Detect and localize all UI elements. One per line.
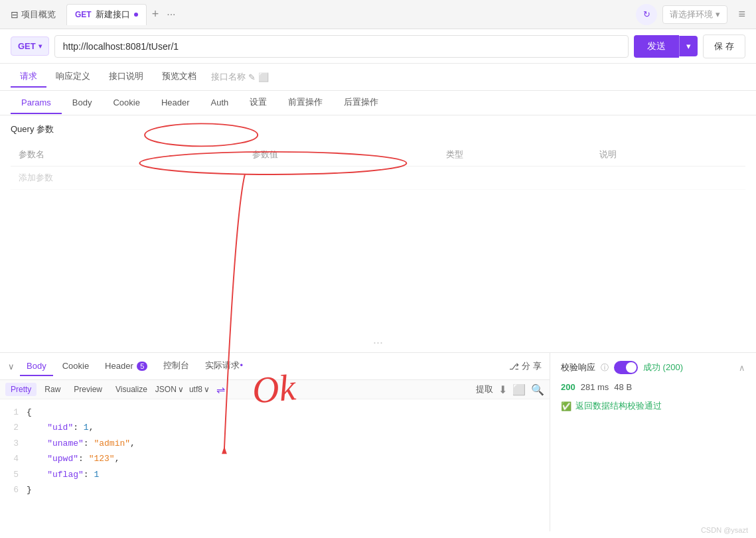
response-tab-header[interactable]: Header 5	[98, 357, 154, 376]
share-icon: ⎇	[509, 362, 519, 371]
send-dropdown-button[interactable]: ▾	[679, 36, 698, 56]
url-bar: GET ▾ 发送 ▾ 保 存	[0, 29, 756, 64]
code-line: 2 "uid": 1,	[8, 420, 542, 435]
tab-add-button[interactable]: +	[149, 7, 162, 21]
send-button[interactable]: 发送	[634, 35, 679, 58]
tab-name: 新建接口	[96, 9, 130, 21]
tab-more-button[interactable]: ···	[164, 9, 178, 21]
json-format-select[interactable]: JSON ∨	[155, 385, 184, 394]
utf-label: utf8	[189, 385, 202, 394]
main-content: Query 参数 参数名 参数值 类型 说明 添加参数 Ok	[0, 115, 756, 531]
json-arrow-icon: ∨	[178, 385, 184, 394]
response-tab-cookie[interactable]: Cookie	[56, 357, 96, 376]
add-param-cell[interactable]: 添加参数	[11, 167, 244, 190]
query-label: Query 参数	[11, 123, 745, 135]
url-input[interactable]	[54, 35, 629, 58]
interface-name-label: 接口名称	[211, 71, 246, 83]
share-button[interactable]: ⎇ 分 享	[509, 360, 542, 372]
validate-result: ✅ 返回数据结构校验通过	[561, 400, 745, 412]
params-tab-body[interactable]: Body	[62, 92, 103, 114]
interface-name-icon: ✎	[248, 72, 256, 82]
extract-label[interactable]: 提取	[476, 383, 493, 395]
validate-toggle[interactable]	[614, 361, 638, 374]
format-preview-button[interactable]: Preview	[68, 383, 108, 396]
method-arrow-icon: ▾	[38, 42, 42, 50]
save-button[interactable]: 保 存	[703, 34, 745, 58]
project-icon: ⊟	[11, 9, 19, 20]
response-right: 校验响应 ⓘ 成功 (200) ∧ 200 281 ms 48 B ✅ 返回数据…	[550, 353, 756, 531]
code-line: 1 {	[8, 405, 542, 420]
sub-tab-request[interactable]: 请求	[11, 66, 46, 88]
env-select[interactable]: 请选择环境 ▾	[662, 5, 727, 24]
code-line: 3 "uname": "admin",	[8, 436, 542, 451]
status-time: 281 ms	[581, 382, 609, 392]
status-size: 48 B	[614, 382, 632, 392]
validate-result-text: 返回数据结构校验通过	[575, 400, 662, 412]
code-line: 4 "upwd": "123",	[8, 451, 542, 466]
interface-name-area[interactable]: 接口名称 ✎ ⬜	[211, 71, 269, 83]
download-icon[interactable]: ⬇	[498, 383, 507, 396]
share-label: 分 享	[522, 360, 542, 372]
format-align-icon[interactable]: ⇌	[216, 383, 225, 396]
response-tab-body[interactable]: Body	[20, 357, 53, 376]
sub-tab-preview[interactable]: 预览文档	[153, 66, 206, 88]
top-bar: ⊟ 项目概览 GET 新建接口 + ··· ↻ 请选择环境 ▾ ≡	[0, 0, 756, 29]
col-param-name: 参数名	[11, 143, 244, 167]
query-section: Query 参数 参数名 参数值 类型 说明 添加参数	[0, 115, 756, 198]
utf-arrow-icon: ∨	[204, 385, 210, 394]
params-tab-cookie[interactable]: Cookie	[102, 92, 150, 114]
params-tab-post-ops[interactable]: 后置操作	[333, 91, 389, 115]
param-table: 参数名 参数值 类型 说明 添加参数	[11, 143, 745, 190]
format-pretty-button[interactable]: Pretty	[5, 383, 37, 396]
search-icon[interactable]: 🔍	[531, 383, 544, 396]
sub-tab-response-def[interactable]: 响应定义	[46, 66, 100, 88]
col-param-desc: 说明	[591, 143, 745, 167]
col-param-type: 类型	[438, 143, 592, 167]
method-label: GET	[18, 41, 36, 51]
env-placeholder: 请选择环境	[670, 9, 713, 21]
response-panel: ∨ Body Cookie Header 5 控制台 实际请求• ⎇ 分 享 P…	[0, 352, 756, 531]
watermark: CSDN @ysazt	[701, 526, 748, 534]
env-refresh-button[interactable]: ↻	[636, 4, 657, 25]
tab-item-new[interactable]: GET 新建接口	[66, 4, 147, 25]
params-tab-auth[interactable]: Auth	[200, 92, 240, 114]
response-left: ∨ Body Cookie Header 5 控制台 实际请求• ⎇ 分 享 P…	[0, 353, 550, 531]
copy-icon[interactable]: ⬜	[512, 383, 526, 396]
table-row: 添加参数	[11, 167, 745, 190]
status-code: 200	[561, 382, 575, 392]
code-area: 1 { 2 "uid": 1, 3 "uname": "admin", 4 "u…	[0, 399, 550, 531]
dots-divider[interactable]: ···	[370, 333, 386, 352]
response-tab-console[interactable]: 控制台	[157, 356, 196, 377]
sub-tab-interface-desc[interactable]: 接口说明	[100, 66, 153, 88]
format-visualize-button[interactable]: Visualize	[110, 383, 153, 396]
params-tab-params[interactable]: Params	[11, 92, 62, 114]
params-tab-header[interactable]: Header	[151, 92, 200, 114]
response-expand-icon[interactable]: ∨	[8, 362, 15, 371]
status-row: 200 281 ms 48 B	[561, 382, 745, 392]
response-tabs-row: ∨ Body Cookie Header 5 控制台 实际请求• ⎇ 分 享	[0, 353, 550, 380]
actual-dot: •	[240, 360, 243, 370]
top-right: ↻ 请选择环境 ▾ ≡	[636, 4, 751, 25]
code-line: 6 }	[8, 482, 542, 498]
interface-copy-icon: ⬜	[258, 72, 269, 82]
project-label: 项目概览	[21, 9, 56, 21]
success-badge: 成功 (200)	[643, 362, 683, 373]
check-icon: ✅	[561, 401, 571, 411]
utf-format-select[interactable]: utf8 ∨	[189, 385, 210, 394]
response-tab-actual[interactable]: 实际请求•	[198, 356, 250, 377]
validate-help-icon: ⓘ	[601, 362, 609, 373]
format-raw-button[interactable]: Raw	[39, 383, 66, 396]
format-bar: Pretty Raw Preview Visualize JSON ∨ utf8…	[0, 380, 550, 399]
project-overview[interactable]: ⊟ 项目概览	[5, 9, 61, 21]
params-tab-pre-ops[interactable]: 前置操作	[277, 91, 333, 115]
toggle-knob	[626, 362, 637, 373]
header-badge: 5	[137, 362, 147, 371]
tab-dot	[134, 13, 138, 17]
sub-tabs-row: 请求 响应定义 接口说明 预览文档 接口名称 ✎ ⬜	[0, 64, 756, 91]
params-tab-settings[interactable]: 设置	[239, 91, 277, 115]
validate-label: 校验响应	[561, 362, 595, 373]
menu-button[interactable]: ≡	[733, 5, 751, 24]
right-panel-expand-icon[interactable]: ∧	[739, 363, 745, 373]
col-param-value: 参数值	[244, 143, 438, 167]
method-select[interactable]: GET ▾	[11, 36, 49, 56]
